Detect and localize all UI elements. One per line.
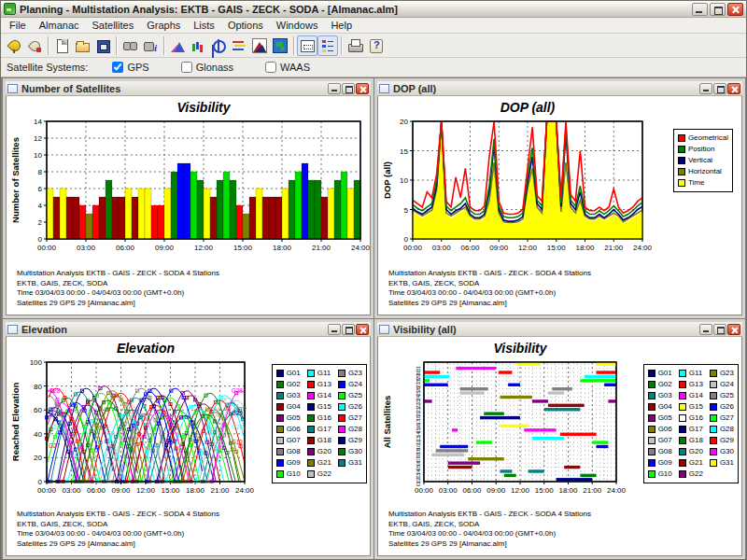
gps-checkbox[interactable] — [112, 62, 123, 73]
child-titlebar[interactable]: DOP (all) — [377, 81, 742, 96]
system-option-glonass[interactable]: Glonass — [181, 62, 233, 73]
child-titlebar[interactable]: Number of Satellites — [6, 81, 371, 96]
menu-graphs[interactable]: Graphs — [140, 19, 187, 32]
svg-text:Visibility: Visibility — [176, 100, 231, 115]
svg-text:0: 0 — [38, 235, 43, 244]
minimize-button[interactable] — [328, 83, 341, 94]
menu-lists[interactable]: Lists — [187, 19, 221, 32]
window-icon — [7, 84, 18, 93]
legend-swatch — [276, 459, 284, 467]
glonass-checkbox[interactable] — [181, 62, 192, 73]
legend-label: G10 — [658, 469, 672, 480]
menu-help[interactable]: Help — [324, 19, 359, 32]
satellites-find-icon[interactable] — [120, 35, 140, 56]
satellite-info-icon[interactable] — [140, 35, 161, 56]
elevation-graph-icon — [170, 38, 185, 53]
legend-label: G16 — [317, 413, 331, 424]
system-option-waas[interactable]: WAAS — [265, 62, 310, 73]
system-option-label: GPS — [127, 62, 148, 73]
legend-swatch — [338, 448, 345, 455]
minimize-button[interactable] — [699, 324, 712, 335]
waas-checkbox[interactable] — [265, 62, 276, 73]
toolbar-separator — [116, 36, 117, 55]
legend-label: G14 — [689, 390, 703, 401]
legend-label: G22 — [689, 469, 703, 480]
elevation-graph-icon[interactable] — [167, 35, 188, 56]
skyplot-icon[interactable] — [208, 35, 229, 56]
svg-text:03:00: 03:00 — [62, 486, 81, 495]
single-graph-toggle[interactable] — [297, 35, 317, 56]
legend-item: G17 — [307, 424, 331, 435]
satellite-dish-icon[interactable] — [4, 35, 24, 56]
chart-footer: Multistation Analysis EKTB - GAIS - ZECK… — [17, 269, 369, 308]
child-titlebar[interactable]: Elevation — [6, 322, 371, 337]
world-map-icon[interactable] — [270, 35, 290, 56]
svg-text:Elevation: Elevation — [117, 341, 175, 356]
list-toggle[interactable] — [317, 35, 338, 56]
app-titlebar[interactable]: Planning - Multistation Analysis: EKTB -… — [1, 1, 746, 18]
legend-item: G06 — [276, 424, 301, 435]
bar-chart-icon — [190, 38, 205, 53]
svg-text:G28: G28 — [49, 387, 61, 394]
maximize-button[interactable] — [342, 83, 355, 94]
close-icon[interactable] — [356, 83, 369, 94]
menu-almanac[interactable]: Almanac — [33, 19, 86, 32]
footer-line: Time 03/04/03 00:00 - 04/04/03 00:00 (GM… — [17, 529, 369, 539]
help-icon[interactable] — [365, 35, 386, 56]
legend-swatch — [678, 157, 685, 164]
close-icon[interactable] — [727, 83, 740, 94]
legend-label: G02 — [287, 379, 301, 390]
open-file-icon[interactable] — [72, 35, 92, 56]
system-option-gps[interactable]: GPS — [112, 62, 148, 73]
legend-swatch — [338, 403, 345, 411]
svg-text:12:00: 12:00 — [518, 244, 538, 252]
legend-item: G29 — [338, 435, 362, 446]
legend-label: Position — [688, 144, 714, 155]
legend-label: G18 — [317, 435, 331, 446]
minimize-button[interactable] — [699, 83, 712, 94]
satellites-find-icon — [122, 38, 137, 53]
mdi-workspace: Number of Satellites Visibility00:0003:0… — [1, 77, 746, 560]
maximize-button[interactable] — [713, 324, 726, 335]
visibility-bars-icon[interactable] — [229, 35, 249, 56]
menu-windows[interactable]: Windows — [270, 19, 325, 32]
bar-chart-icon[interactable] — [188, 35, 208, 56]
new-file-icon[interactable] — [51, 35, 72, 56]
legend-item: G25 — [710, 390, 734, 401]
legend-item: G10 — [276, 469, 301, 480]
legend-swatch — [276, 381, 284, 388]
legend-label: G02 — [658, 379, 672, 390]
satellite-select-icon[interactable] — [24, 35, 45, 56]
legend-swatch — [679, 403, 686, 411]
minimize-button[interactable] — [692, 3, 708, 16]
legend-item: G29 — [710, 435, 734, 446]
save-icon[interactable] — [92, 35, 113, 56]
menu-file[interactable]: File — [3, 19, 33, 32]
svg-text:12:00: 12:00 — [136, 486, 156, 495]
maximize-button[interactable] — [342, 324, 355, 335]
print-icon[interactable] — [345, 35, 365, 56]
restore-button[interactable] — [710, 3, 726, 16]
child-window-title: Number of Satellites — [21, 83, 328, 94]
svg-text:Visibility: Visibility — [493, 341, 547, 356]
svg-text:4: 4 — [38, 202, 43, 210]
legend-label: G13 — [317, 379, 331, 390]
child-window-title: Visibility (all) — [393, 324, 699, 335]
close-icon[interactable] — [356, 324, 369, 335]
menu-satellites[interactable]: Satellites — [86, 19, 141, 32]
dop-legend: GeometricalPositionVerticalHorizontalTim… — [673, 129, 733, 192]
print-icon — [347, 38, 362, 53]
dop-area-icon[interactable] — [249, 35, 270, 56]
close-icon[interactable] — [727, 324, 740, 335]
open-file-icon — [75, 38, 90, 53]
minimize-button[interactable] — [328, 324, 341, 335]
legend-label: G21 — [689, 457, 703, 469]
menu-options[interactable]: Options — [221, 19, 270, 32]
visibility-bars-icon — [232, 38, 247, 53]
legend-label: G01 — [658, 368, 672, 379]
legend-swatch — [307, 414, 315, 422]
close-button[interactable] — [727, 3, 743, 16]
legend-item: Horizontal — [678, 166, 728, 177]
child-titlebar[interactable]: Visibility (all) — [377, 322, 742, 337]
maximize-button[interactable] — [713, 83, 726, 94]
